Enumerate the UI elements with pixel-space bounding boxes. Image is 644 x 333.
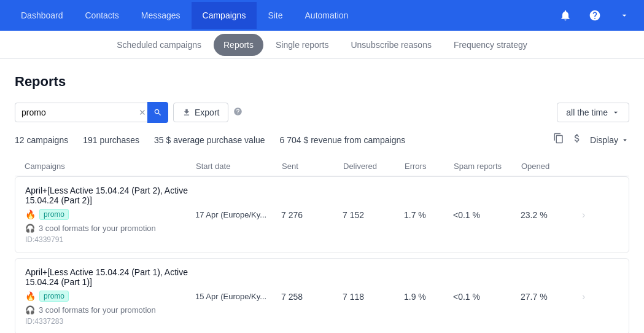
row-expand-icon[interactable]: › [582,210,619,221]
campaign-tag[interactable]: promo [39,291,69,302]
campaign-name: April+[Less Active 15.04.24 (Part 1), Ac… [25,267,195,287]
help-icon [589,9,601,22]
campaign-id: ID:4339791 [25,235,195,244]
errors-rate: 1.9 % [404,292,453,302]
campaign-name: April+[Less Active 15.04.24 (Part 2), Ac… [25,186,195,205]
chevron-down-icon [621,136,629,144]
table-row[interactable]: April+[Less Active 15.04.24 (Part 1), Ac… [15,258,629,333]
chevron-down-icon [611,108,620,117]
nav-item-messages[interactable]: Messages [130,2,192,29]
spam-reports-rate: <0.1 % [453,210,521,220]
campaign-info: April+[Less Active 15.04.24 (Part 1), Ac… [25,267,195,326]
search-icon [153,108,162,117]
help-button[interactable] [585,6,605,25]
table-header: Campaigns Start date Sent Delivered Erro… [15,157,629,176]
sent-count: 7 258 [281,292,343,302]
account-dropdown-button[interactable] [615,6,634,25]
delivered-count: 7 152 [343,210,404,220]
stat-avg-purchase: 35 $ average purchase value [154,135,265,145]
fire-icon: 🔥 [25,210,36,219]
campaign-tags: 🔥 promo [25,209,195,220]
download-icon [182,108,191,117]
bell-icon [559,9,572,22]
stat-revenue: 6 704 $ revenue from campaigns [280,135,406,145]
stats-row: 12 campaigns 191 purchases 35 $ average … [15,133,629,147]
stat-campaigns: 12 campaigns [15,135,68,145]
campaign-subject: 🎧 3 cool formats for your promotion [25,224,195,233]
search-button[interactable] [147,102,168,123]
email-icon: 🎧 [25,305,35,315]
sent-count: 7 276 [281,210,343,220]
email-icon: 🎧 [25,224,35,233]
errors-rate: 1.7 % [404,210,453,220]
start-date: 17 Apr (Europe/Ky... [195,210,281,219]
nav-items: Dashboard Contacts Messages Campaigns Si… [10,2,556,29]
time-filter-dropdown[interactable]: all the time [557,103,629,122]
sub-nav-reports[interactable]: Reports [214,34,263,56]
export-button[interactable]: Export [173,103,228,122]
main-content: Reports ✕ Export all the time [0,59,644,333]
nav-item-contacts[interactable]: Contacts [74,2,130,29]
sub-nav-single-reports[interactable]: Single reports [266,34,338,56]
table-row[interactable]: April+[Less Active 15.04.24 (Part 2), Ac… [15,176,629,253]
search-clear-button[interactable]: ✕ [139,108,146,117]
start-date: 15 Apr (Europe/Ky... [195,292,281,301]
campaign-subject: 🎧 3 cool formats for your promotion [25,305,195,315]
campaign-id: ID:4337283 [25,317,195,326]
dollar-icon [572,133,583,144]
nav-item-automation[interactable]: Automation [294,2,360,29]
display-button[interactable]: Display [590,135,629,145]
search-wrapper: ✕ [15,102,168,123]
spam-reports-rate: <0.1 % [453,292,521,302]
campaign-tag[interactable]: promo [39,209,69,220]
revenue-icon[interactable] [572,133,583,147]
copy-icon [553,133,564,144]
search-input[interactable] [15,103,150,122]
sub-nav-unsubscribe[interactable]: Unsubscribe reasons [341,34,441,56]
notifications-button[interactable] [556,6,575,25]
page-title: Reports [15,74,629,90]
sub-nav-frequency[interactable]: Frequency strategy [444,34,537,56]
copy-button[interactable] [553,133,564,147]
stats-actions: Display [553,133,629,147]
sub-navigation: Scheduled campaigns Reports Single repor… [0,31,644,59]
export-help-icon[interactable] [233,107,242,118]
fire-icon: 🔥 [25,291,36,301]
opened-rate: 27.7 % [521,292,582,302]
sub-nav-items: Scheduled campaigns Reports Single repor… [107,34,537,56]
stat-purchases: 191 purchases [83,135,139,145]
row-expand-icon[interactable]: › [582,291,619,302]
campaign-tags: 🔥 promo [25,291,195,302]
chevron-down-icon [619,10,629,20]
nav-item-dashboard[interactable]: Dashboard [10,2,74,29]
nav-item-site[interactable]: Site [257,2,293,29]
sub-nav-scheduled[interactable]: Scheduled campaigns [107,34,211,56]
top-navigation: Dashboard Contacts Messages Campaigns Si… [0,0,644,31]
delivered-count: 7 118 [343,292,404,302]
nav-right [556,6,634,25]
toolbar: ✕ Export all the time [15,102,629,123]
nav-item-campaigns[interactable]: Campaigns [192,2,257,29]
question-circle-icon [233,107,242,116]
opened-rate: 23.2 % [521,210,582,220]
campaign-info: April+[Less Active 15.04.24 (Part 2), Ac… [25,186,195,244]
